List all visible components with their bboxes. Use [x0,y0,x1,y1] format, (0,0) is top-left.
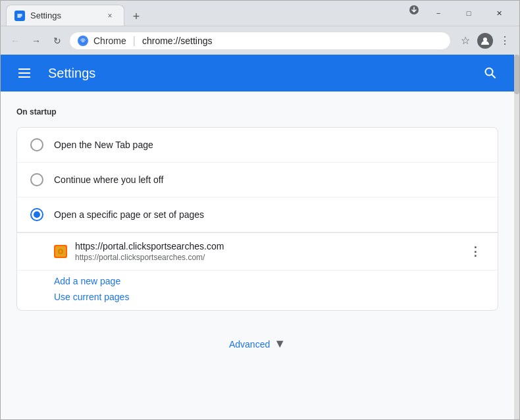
bookmark-button[interactable]: ☆ [456,32,475,50]
minimize-button[interactable]: − [423,1,454,26]
toolbar-icons: ☆ ⋮ [456,32,514,50]
url-section: https://portal.clicksportsearches.com ht… [17,232,498,310]
url-entry-more-button[interactable]: ⋮ [466,242,484,261]
site-name-label: Chrome [93,36,126,46]
settings-body: PC On startup Open the New Tab page [1,92,514,419]
url-entry-item: https://portal.clicksportsearches.com ht… [17,233,498,271]
url-input[interactable]: Chrome | chrome://settings [69,32,451,50]
svg-line-5 [492,74,495,78]
url-sub-text: https://portal.clicksportsearches.com/ [75,253,458,262]
site-entry-favicon [54,245,67,258]
active-tab[interactable]: Settings × [6,5,124,26]
url-info: https://portal.clicksportsearches.com ht… [75,241,458,262]
url-main-text: https://portal.clicksportsearches.com [75,241,458,251]
advanced-label: Advanced [229,339,270,350]
profile-button[interactable] [476,32,494,50]
address-bar: ← → ↻ Chrome | chrome://settings ☆ [1,26,519,55]
tab-bar: Settings × + [6,1,405,26]
radio-continue[interactable] [30,173,43,186]
refresh-button[interactable]: ↻ [48,32,66,50]
content-area: Settings PC On startup [1,55,519,419]
advanced-section: Advanced ▼ [16,327,498,361]
new-tab-button[interactable]: + [127,7,145,26]
scrollbar-thumb[interactable] [514,55,519,94]
startup-option-new-tab[interactable]: Open the New Tab page [17,128,498,163]
chevron-down-icon: ▼ [274,337,286,351]
browser-window: Settings × + − □ ✕ ← → ↻ [0,0,520,420]
settings-page: Settings PC On startup [1,55,514,419]
window-controls: − □ ✕ [405,1,514,26]
hamburger-line-2 [18,72,30,74]
startup-option-continue[interactable]: Continue where you left off [17,163,498,197]
forward-button[interactable]: → [27,32,45,50]
back-button[interactable]: ← [6,32,24,50]
hamburger-menu-button[interactable] [11,60,38,86]
more-options-button[interactable]: ⋮ [496,32,514,50]
radio-selected-dot [34,211,40,218]
settings-page-title: Settings [48,66,467,81]
settings-header: Settings [1,55,514,92]
url-display: chrome://settings [142,36,213,46]
advanced-button[interactable]: Advanced ▼ [229,337,286,351]
use-current-pages-link[interactable]: Use current pages [54,292,484,302]
site-favicon [78,36,88,46]
download-icon[interactable] [405,1,423,19]
address-separator: | [133,35,136,47]
link-actions: Add a new page Use current pages [17,271,498,310]
settings-search-button[interactable] [477,60,504,86]
startup-option-continue-label: Continue where you left off [54,174,163,185]
tab-title: Settings [30,11,99,20]
svg-point-8 [59,250,62,253]
startup-options-card: Open the New Tab page Continue where you… [16,127,498,311]
title-bar: Settings × + − □ ✕ [1,1,519,26]
startup-option-specific-page-label: Open a specific page or set of pages [54,209,204,220]
tab-close-button[interactable]: × [104,10,116,22]
profile-avatar [477,33,493,49]
startup-option-specific-page[interactable]: Open a specific page or set of pages [17,197,498,232]
hamburger-line-3 [18,76,30,78]
radio-specific-page[interactable] [30,208,43,221]
on-startup-title: On startup [16,107,498,117]
scrollbar-track[interactable] [514,55,519,419]
maximize-button[interactable]: □ [454,1,484,26]
startup-option-new-tab-label: Open the New Tab page [54,140,153,150]
tab-favicon [14,11,25,21]
hamburger-line-1 [18,68,30,70]
close-button[interactable]: ✕ [484,1,514,26]
radio-new-tab[interactable] [30,138,43,151]
add-new-page-link[interactable]: Add a new page [54,276,484,286]
